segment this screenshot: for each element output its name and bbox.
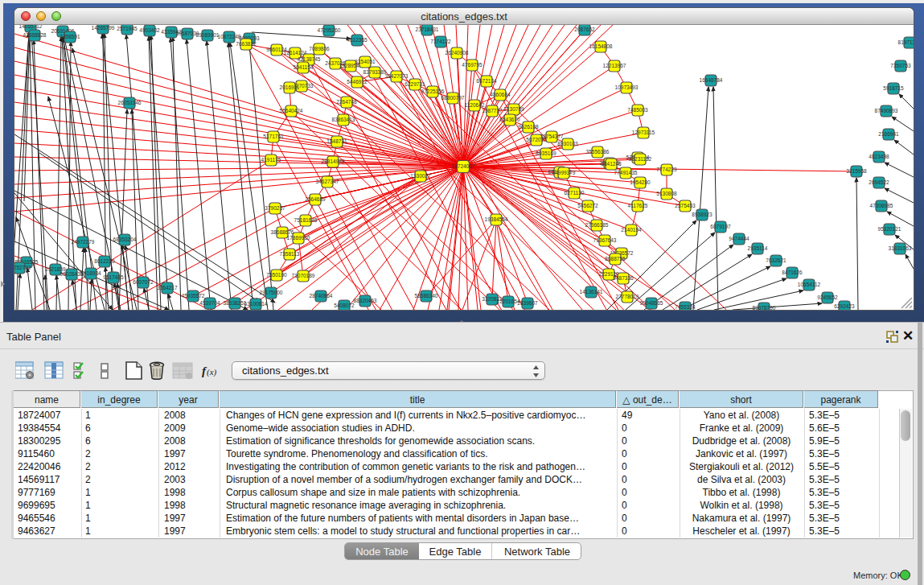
svg-text:28814949: 28814949 xyxy=(322,159,345,164)
svg-text:7089806: 7089806 xyxy=(309,46,330,51)
svg-text:2571945: 2571945 xyxy=(117,26,138,31)
svg-text:4612365: 4612365 xyxy=(347,37,368,43)
svg-text:10872248: 10872248 xyxy=(218,34,241,39)
svg-text:9487336: 9487336 xyxy=(613,275,634,281)
svg-text:6007072: 6007072 xyxy=(133,279,154,285)
svg-text:6672134: 6672134 xyxy=(476,78,497,84)
svg-text:2375453: 2375453 xyxy=(675,203,696,208)
svg-text:19384554: 19384554 xyxy=(485,216,508,222)
svg-text:1841248: 1841248 xyxy=(601,161,622,167)
svg-text:7485003: 7485003 xyxy=(627,107,648,113)
svg-text:81971316: 81971316 xyxy=(898,39,914,45)
svg-text:98231132: 98231132 xyxy=(629,156,652,162)
svg-text:26053346: 26053346 xyxy=(118,100,142,105)
svg-text:2839607: 2839607 xyxy=(517,300,538,306)
svg-text:42868828: 42868828 xyxy=(23,32,47,38)
svg-text:2264748: 2264748 xyxy=(336,99,357,105)
svg-text:27566185: 27566185 xyxy=(585,222,609,228)
svg-text:9474444: 9474444 xyxy=(729,236,749,241)
svg-text:1120642: 1120642 xyxy=(465,102,485,108)
svg-text:12973115: 12973115 xyxy=(632,130,655,135)
svg-text:5130808: 5130808 xyxy=(656,191,677,196)
svg-text:2166941: 2166941 xyxy=(878,131,899,137)
svg-text:3215958: 3215958 xyxy=(846,168,867,174)
svg-text:71070189: 71070189 xyxy=(292,273,315,278)
svg-text:5446912: 5446912 xyxy=(347,79,368,84)
svg-text:1330027: 1330027 xyxy=(410,173,431,179)
svg-text:14055712: 14055712 xyxy=(19,25,43,29)
svg-text:1848731: 1848731 xyxy=(326,138,347,144)
svg-text:5918715: 5918715 xyxy=(883,85,904,91)
svg-text:7350753: 7350753 xyxy=(890,63,911,68)
svg-text:4860684: 4860684 xyxy=(490,92,511,97)
svg-text:7663822: 7663822 xyxy=(236,41,257,47)
svg-text:4823498: 4823498 xyxy=(869,154,889,159)
svg-text:7550190: 7550190 xyxy=(266,272,287,278)
svg-text:8471626: 8471626 xyxy=(782,270,803,275)
svg-text:8612220: 8612220 xyxy=(94,258,115,264)
svg-text:6229731: 6229731 xyxy=(405,81,425,87)
svg-text:95320121: 95320121 xyxy=(878,226,901,232)
svg-text:9517485: 9517485 xyxy=(103,274,124,280)
svg-text:8935169: 8935169 xyxy=(536,150,556,156)
svg-text:44999379: 44999379 xyxy=(552,170,576,175)
svg-text:8688755: 8688755 xyxy=(605,256,626,262)
svg-text:7455324: 7455324 xyxy=(675,304,696,310)
svg-text:84252722: 84252722 xyxy=(14,265,31,270)
svg-text:6543670: 6543670 xyxy=(499,117,520,122)
svg-text:83793389: 83793389 xyxy=(363,69,387,75)
svg-text:6879197: 6879197 xyxy=(710,224,731,229)
svg-text:34627347: 34627347 xyxy=(316,179,339,184)
svg-text:9245652: 9245652 xyxy=(817,295,838,300)
svg-text:4191175: 4191175 xyxy=(261,157,281,163)
svg-text:29175900: 29175900 xyxy=(260,290,283,295)
svg-text:38754377: 38754377 xyxy=(540,134,564,139)
svg-text:5041154: 5041154 xyxy=(294,64,314,70)
svg-text:88320463: 88320463 xyxy=(354,298,377,303)
svg-text:3790237: 3790237 xyxy=(265,205,285,211)
svg-text:9626108: 9626108 xyxy=(518,124,539,130)
svg-text:6271130: 6271130 xyxy=(565,190,585,196)
svg-text:23718431: 23718431 xyxy=(416,27,439,32)
svg-text:2458591: 2458591 xyxy=(60,34,80,39)
svg-text:87490893: 87490893 xyxy=(875,108,898,113)
svg-text:2016911: 2016911 xyxy=(280,84,300,90)
svg-text:77491435: 77491435 xyxy=(614,170,638,175)
svg-text:2140194: 2140194 xyxy=(621,227,642,233)
svg-text:5456272: 5456272 xyxy=(577,203,598,208)
svg-text:10654112: 10654112 xyxy=(798,282,821,287)
svg-text:58586340: 58586340 xyxy=(415,293,438,299)
svg-text:2564689: 2564689 xyxy=(305,196,326,202)
svg-text:2935114: 2935114 xyxy=(748,245,768,251)
svg-text:8930103: 8930103 xyxy=(557,141,578,146)
svg-text:2694522: 2694522 xyxy=(869,179,889,185)
svg-text:71367643: 71367643 xyxy=(593,237,617,243)
svg-text:5408072: 5408072 xyxy=(334,303,355,308)
svg-text:4539704: 4539704 xyxy=(199,300,220,306)
svg-text:38427073: 38427073 xyxy=(385,73,409,79)
svg-text:7358113: 7358113 xyxy=(280,251,300,257)
svg-text:38688676: 38688676 xyxy=(271,229,294,235)
svg-text:17869910: 17869910 xyxy=(287,235,310,241)
svg-text:68353204: 68353204 xyxy=(113,237,137,242)
svg-text:89978790: 89978790 xyxy=(753,305,776,310)
svg-text:8938923: 8938923 xyxy=(692,212,713,217)
svg-text:90048665: 90048665 xyxy=(640,300,663,306)
svg-text:(x): (x) xyxy=(207,367,217,377)
svg-text:3154051: 3154051 xyxy=(355,59,376,64)
svg-text:14265799: 14265799 xyxy=(92,25,115,31)
svg-text:18724007: 18724007 xyxy=(452,163,475,169)
svg-text:47295260: 47295260 xyxy=(318,27,341,33)
svg-text:4117625: 4117625 xyxy=(628,203,648,208)
svg-text:35556386: 35556386 xyxy=(586,149,610,154)
svg-text:1987737: 1987737 xyxy=(482,108,503,113)
svg-text:1954280: 1954280 xyxy=(630,179,651,185)
svg-text:83863413: 83863413 xyxy=(332,117,355,122)
svg-text:5171761: 5171761 xyxy=(263,134,284,139)
svg-text:2087652: 2087652 xyxy=(574,27,595,32)
svg-text:7374122: 7374122 xyxy=(430,39,451,44)
svg-text:27778019: 27778019 xyxy=(616,294,639,299)
svg-text:31831063: 31831063 xyxy=(889,245,912,251)
svg-text:26240908: 26240908 xyxy=(446,50,469,56)
svg-text:42138745: 42138745 xyxy=(298,56,321,62)
